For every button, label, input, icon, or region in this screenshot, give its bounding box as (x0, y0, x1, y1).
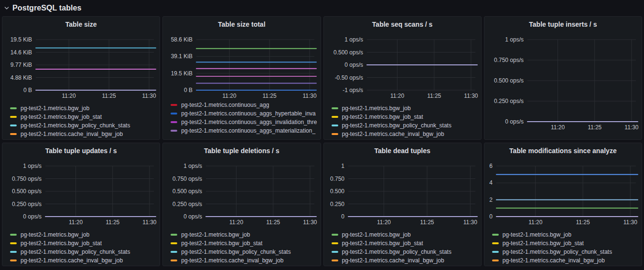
y-tick-label: 1 ops/s (23, 163, 42, 169)
chart-table-tuple-deletions[interactable]: 11:2011:2511:301 ops/s0.750 ops/s0.500 o… (164, 157, 319, 227)
legend-label: pg-test2-1.metrics.bgw_job (342, 230, 411, 239)
panel-title[interactable]: Table modifications since analyze (484, 143, 642, 157)
chart-table-modifications-since-analyze[interactable]: 11:2011:2511:306420 (485, 157, 641, 227)
chart-area[interactable]: 11:2011:2511:3010.7500.5000.2500 (324, 157, 481, 229)
y-tick-label: 4 (489, 179, 493, 186)
y-tick-label: 0.500 ops/s (333, 49, 363, 56)
chart-table-size[interactable]: 11:2011:2511:3019.5 KiB14.6 KiB9.77 KiB4… (3, 31, 159, 101)
legend-item[interactable]: pg-test2-1.metrics.bgw_job (171, 230, 320, 239)
row-header[interactable]: PostgreSQL tables (0, 0, 644, 15)
x-tick-label: 11:30 (463, 219, 477, 226)
legend-label: pg-test2-1.metrics.continuous_aggs_hyper… (181, 109, 316, 118)
chart-area[interactable]: 11:2011:2511:3019.5 KiB14.6 KiB9.77 KiB4… (2, 31, 160, 103)
legend-item[interactable]: pg-test2-1.metrics.continuous_aggs_inval… (171, 118, 320, 126)
legend-swatch-icon (10, 242, 17, 244)
legend-item[interactable]: pg-test2-1.metrics.bgw_job_stat (332, 113, 481, 121)
chart-area[interactable]: 11:2011:2511:301 ops/s0.500 ops/s0 ops/s… (324, 31, 481, 103)
legend-item[interactable]: pg-test2-1.metrics.bgw_job_stat (492, 239, 642, 248)
legend-swatch-icon (492, 242, 499, 244)
legend-label: pg-test2-1.metrics.bgw_job_stat (342, 239, 423, 248)
legend-swatch-icon (10, 125, 17, 126)
legend-item[interactable]: pg-test2-1.metrics.bgw_job_stat (171, 239, 320, 248)
x-tick-label: 11:30 (142, 219, 156, 226)
legend-item[interactable]: pg-test2-1.metrics.bgw_job (10, 104, 160, 113)
panel-title[interactable]: Table tuple inserts / s (484, 17, 642, 31)
chevron-down-icon (4, 5, 10, 11)
y-tick-label: 4.88 KiB (11, 74, 32, 81)
legend-label: pg-test2-1.metrics.bgw_job (342, 104, 411, 113)
legend-label: pg-test2-1.metrics.bgw_policy_chunk_stat… (342, 121, 451, 130)
legend-item[interactable]: pg-test2-1.metrics.cache_inval_bgw_job (332, 256, 481, 265)
legend-item[interactable]: pg-test2-1.metrics.bgw_job_stat (10, 239, 160, 248)
legend-item[interactable]: pg-test2-1.metrics.cache_inval_bgw_job (171, 256, 320, 265)
chart-table-dead-tuples[interactable]: 11:2011:2511:3010.7500.5000.2500 (325, 157, 480, 227)
x-tick-label: 11:20 (528, 219, 542, 226)
y-tick-label: 0 ops/s (23, 213, 42, 220)
chart-area[interactable]: 11:2011:2511:306420 (484, 157, 642, 229)
chart-area[interactable]: 11:2011:2511:301 ops/s0.750 ops/s0.500 o… (484, 31, 642, 134)
chart-area[interactable]: 11:2011:2511:3058.6 KiB39.1 KiB19.5 KiB0… (163, 31, 320, 103)
y-tick-label: 1 ops/s (344, 36, 363, 43)
legend: pg-test2-1.metrics.bgw_jobpg-test2-1.met… (163, 230, 320, 266)
legend-item[interactable]: pg-test2-1.metrics.bgw_policy_chunk_stat… (10, 121, 160, 130)
x-tick-label: 11:20 (390, 93, 404, 99)
legend-item[interactable]: pg-test2-1.metrics.cache_inval_bgw_job (10, 130, 160, 138)
legend-item[interactable]: pg-test2-1.metrics.bgw_policy_chunk_stat… (171, 248, 320, 256)
chart-area[interactable]: 11:2011:2511:301 ops/s0.750 ops/s0.500 o… (2, 157, 160, 229)
x-tick-label: 11:25 (266, 219, 280, 226)
legend-swatch-icon (492, 234, 499, 236)
legend-item[interactable]: pg-test2-1.metrics.bgw_policy_chunk_stat… (332, 248, 481, 256)
chart-area[interactable]: 11:2011:2511:301 ops/s0.750 ops/s0.500 o… (163, 157, 320, 229)
legend-item[interactable]: pg-test2-1.metrics.bgw_job (332, 230, 481, 239)
legend-item[interactable]: pg-test2-1.metrics.bgw_job_stat (332, 239, 481, 248)
y-tick-label: 58.6 KiB (171, 36, 193, 43)
legend-item[interactable]: pg-test2-1.metrics.cache_inval_bgw_job (10, 256, 160, 265)
legend-swatch-icon (10, 251, 17, 253)
y-tick-label: 14.6 KiB (11, 49, 32, 56)
y-tick-label: 2 (489, 197, 493, 203)
panel-title[interactable]: Table dead tuples (324, 143, 481, 157)
chart-table-seq-scans[interactable]: 11:2011:2511:301 ops/s0.500 ops/s0 ops/s… (325, 31, 480, 101)
legend-label: pg-test2-1.metrics.bgw_job (181, 230, 250, 239)
panel-title[interactable]: Table seq scans / s (324, 17, 481, 31)
panel-grid: Table size11:2011:2511:3019.5 KiB14.6 Ki… (0, 15, 644, 266)
legend-item[interactable]: pg-test2-1.metrics.continuous_aggs_mater… (171, 126, 320, 135)
legend-item[interactable]: pg-test2-1.metrics.continuous_aggs_hyper… (171, 109, 320, 118)
y-tick-label: 0 (489, 213, 493, 220)
legend-swatch-icon (171, 121, 177, 123)
chart-table-size-total[interactable]: 11:2011:2511:3058.6 KiB39.1 KiB19.5 KiB0… (164, 31, 319, 101)
x-tick-label: 11:20 (223, 93, 236, 99)
legend-item[interactable]: pg-test2-1.metrics.bgw_job_stat (10, 113, 160, 121)
legend-label: pg-test2-1.metrics.bgw_job_stat (21, 113, 102, 121)
chart-table-tuple-inserts[interactable]: 11:2011:2511:301 ops/s0.750 ops/s0.500 o… (485, 31, 641, 132)
panel-title[interactable]: Table size (2, 17, 160, 31)
legend-swatch-icon (171, 113, 177, 114)
legend-item[interactable]: pg-test2-1.metrics.bgw_job (10, 230, 160, 239)
legend-swatch-icon (332, 107, 338, 109)
legend-item[interactable]: pg-test2-1.metrics.continuous_agg (171, 101, 320, 109)
y-tick-label: -1 ops/s (343, 87, 363, 93)
legend-item[interactable]: pg-test2-1.metrics.bgw_policy_chunk_stat… (492, 248, 642, 256)
legend-swatch-icon (332, 260, 338, 261)
panel-title[interactable]: Table size total (163, 17, 320, 31)
legend-item[interactable]: pg-test2-1.metrics.bgw_job (492, 230, 642, 239)
x-tick-label: 11:25 (588, 124, 601, 131)
panel-table-dead-tuples: Table dead tuples11:2011:2511:3010.7500.… (323, 143, 482, 266)
chart-table-tuple-updates[interactable]: 11:2011:2511:301 ops/s0.750 ops/s0.500 o… (3, 157, 159, 227)
y-tick-label: 0.500 ops/s (494, 77, 524, 84)
legend-swatch-icon (171, 242, 177, 244)
legend-item[interactable]: pg-test2-1.metrics.cache_inval_bgw_job (492, 256, 642, 265)
legend-label: pg-test2-1.metrics.bgw_policy_chunk_stat… (21, 248, 130, 256)
legend-item[interactable]: pg-test2-1.metrics.cache_inval_bgw_job (332, 130, 481, 138)
panel-title[interactable]: Table tuple deletions / s (163, 143, 320, 157)
legend-item[interactable]: pg-test2-1.metrics.bgw_policy_chunk_stat… (10, 248, 160, 256)
panel-table-modifications-since-analyze: Table modifications since analyze11:2011… (484, 143, 642, 266)
panel-title[interactable]: Table tuple updates / s (2, 143, 160, 157)
x-tick-label: 11:20 (229, 219, 243, 226)
y-tick-label: 1 ops/s (505, 36, 524, 43)
legend-item[interactable]: pg-test2-1.metrics.bgw_policy_chunk_stat… (332, 121, 481, 130)
x-tick-label: 11:25 (427, 93, 441, 99)
y-tick-label: 0 B (184, 87, 193, 93)
legend-item[interactable]: pg-test2-1.metrics.bgw_job (332, 104, 481, 113)
y-tick-label: 0.750 ops/s (494, 57, 524, 63)
